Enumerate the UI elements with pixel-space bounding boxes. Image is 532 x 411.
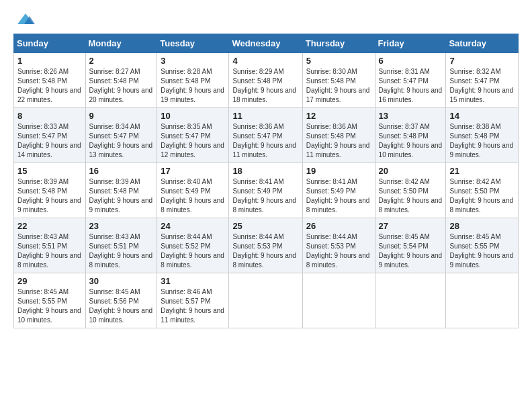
- calendar-cell: 23 Sunrise: 8:43 AMSunset: 5:51 PMDaylig…: [85, 218, 157, 273]
- day-number: 29: [17, 276, 82, 286]
- day-detail: Sunrise: 8:41 AMSunset: 5:49 PMDaylight:…: [306, 178, 370, 214]
- calendar-cell: [375, 273, 446, 328]
- calendar-cell: 21 Sunrise: 8:42 AMSunset: 5:50 PMDaylig…: [446, 163, 519, 218]
- day-detail: Sunrise: 8:35 AMSunset: 5:47 PMDaylight:…: [161, 123, 224, 158]
- calendar-cell: 24 Sunrise: 8:44 AMSunset: 5:52 PMDaylig…: [157, 218, 229, 273]
- day-detail: Sunrise: 8:39 AMSunset: 5:48 PMDaylight:…: [89, 178, 153, 214]
- day-number: 28: [449, 221, 515, 231]
- calendar-cell: 16 Sunrise: 8:39 AMSunset: 5:48 PMDaylig…: [85, 163, 157, 218]
- day-number: 5: [306, 56, 371, 66]
- calendar-cell: 30 Sunrise: 8:45 AMSunset: 5:56 PMDaylig…: [85, 273, 157, 328]
- calendar-cell: 26 Sunrise: 8:44 AMSunset: 5:53 PMDaylig…: [302, 218, 375, 273]
- day-number: 9: [89, 111, 154, 121]
- calendar-cell: 18 Sunrise: 8:41 AMSunset: 5:49 PMDaylig…: [229, 163, 302, 218]
- day-detail: Sunrise: 8:42 AMSunset: 5:50 PMDaylight:…: [449, 178, 513, 214]
- calendar-cell: 4 Sunrise: 8:29 AMSunset: 5:48 PMDayligh…: [229, 53, 302, 108]
- day-detail: Sunrise: 8:44 AMSunset: 5:53 PMDaylight:…: [306, 233, 370, 269]
- day-number: 20: [379, 166, 443, 176]
- calendar-cell: 29 Sunrise: 8:45 AMSunset: 5:55 PMDaylig…: [14, 273, 86, 328]
- day-number: 16: [89, 166, 154, 176]
- calendar-cell: 7 Sunrise: 8:32 AMSunset: 5:47 PMDayligh…: [446, 53, 519, 108]
- page: SundayMondayTuesdayWednesdayThursdayFrid…: [0, 0, 532, 335]
- day-detail: Sunrise: 8:37 AMSunset: 5:48 PMDaylight:…: [379, 123, 443, 158]
- day-number: 24: [161, 221, 225, 231]
- day-number: 19: [306, 166, 371, 176]
- day-detail: Sunrise: 8:34 AMSunset: 5:47 PMDaylight:…: [89, 123, 153, 158]
- day-number: 8: [17, 111, 82, 121]
- calendar-table: SundayMondayTuesdayWednesdayThursdayFrid…: [13, 34, 519, 328]
- calendar-cell: [229, 273, 302, 328]
- calendar-cell: 12 Sunrise: 8:36 AMSunset: 5:48 PMDaylig…: [302, 108, 375, 163]
- day-of-week-header: Sunday: [14, 34, 86, 53]
- calendar-cell: 9 Sunrise: 8:34 AMSunset: 5:47 PMDayligh…: [85, 108, 157, 163]
- logo-icon: [16, 12, 35, 27]
- day-of-week-header: Friday: [375, 34, 446, 53]
- day-detail: Sunrise: 8:43 AMSunset: 5:51 PMDaylight:…: [17, 233, 81, 269]
- day-of-week-header: Tuesday: [157, 34, 229, 53]
- calendar-cell: 13 Sunrise: 8:37 AMSunset: 5:48 PMDaylig…: [375, 108, 446, 163]
- day-number: 1: [17, 56, 82, 66]
- day-number: 27: [379, 221, 443, 231]
- calendar-cell: [446, 273, 519, 328]
- day-detail: Sunrise: 8:32 AMSunset: 5:47 PMDaylight:…: [449, 68, 513, 103]
- calendar-cell: 8 Sunrise: 8:33 AMSunset: 5:47 PMDayligh…: [14, 108, 86, 163]
- day-number: 6: [379, 56, 443, 66]
- day-detail: Sunrise: 8:45 AMSunset: 5:56 PMDaylight:…: [89, 288, 153, 324]
- day-detail: Sunrise: 8:29 AMSunset: 5:48 PMDaylight:…: [232, 68, 296, 103]
- calendar-cell: 19 Sunrise: 8:41 AMSunset: 5:49 PMDaylig…: [302, 163, 375, 218]
- day-detail: Sunrise: 8:26 AMSunset: 5:48 PMDaylight:…: [17, 68, 81, 103]
- day-detail: Sunrise: 8:43 AMSunset: 5:51 PMDaylight:…: [89, 233, 153, 269]
- day-number: 21: [449, 166, 515, 176]
- day-number: 26: [306, 221, 371, 231]
- calendar-cell: 6 Sunrise: 8:31 AMSunset: 5:47 PMDayligh…: [375, 53, 446, 108]
- day-number: 22: [17, 221, 82, 231]
- day-number: 2: [89, 56, 154, 66]
- calendar-cell: 1 Sunrise: 8:26 AMSunset: 5:48 PMDayligh…: [14, 53, 86, 108]
- calendar-cell: 15 Sunrise: 8:39 AMSunset: 5:48 PMDaylig…: [14, 163, 86, 218]
- day-detail: Sunrise: 8:31 AMSunset: 5:47 PMDaylight:…: [379, 68, 443, 103]
- calendar-cell: 17 Sunrise: 8:40 AMSunset: 5:49 PMDaylig…: [157, 163, 229, 218]
- day-detail: Sunrise: 8:44 AMSunset: 5:52 PMDaylight:…: [161, 233, 224, 269]
- day-number: 3: [161, 56, 225, 66]
- day-detail: Sunrise: 8:36 AMSunset: 5:47 PMDaylight:…: [232, 123, 296, 158]
- day-number: 15: [17, 166, 82, 176]
- day-number: 14: [449, 111, 515, 121]
- logo: [13, 12, 35, 27]
- day-detail: Sunrise: 8:33 AMSunset: 5:47 PMDaylight:…: [17, 123, 81, 158]
- day-detail: Sunrise: 8:39 AMSunset: 5:48 PMDaylight:…: [17, 178, 81, 214]
- day-number: 7: [449, 56, 515, 66]
- calendar-cell: 22 Sunrise: 8:43 AMSunset: 5:51 PMDaylig…: [14, 218, 86, 273]
- day-number: 12: [306, 111, 371, 121]
- day-number: 30: [89, 276, 154, 286]
- calendar-cell: 14 Sunrise: 8:38 AMSunset: 5:48 PMDaylig…: [446, 108, 519, 163]
- day-number: 10: [161, 111, 225, 121]
- calendar-cell: 2 Sunrise: 8:27 AMSunset: 5:48 PMDayligh…: [85, 53, 157, 108]
- day-detail: Sunrise: 8:38 AMSunset: 5:48 PMDaylight:…: [449, 123, 513, 158]
- day-detail: Sunrise: 8:41 AMSunset: 5:49 PMDaylight:…: [232, 178, 296, 214]
- day-of-week-header: Wednesday: [229, 34, 302, 53]
- day-number: 25: [232, 221, 298, 231]
- day-number: 13: [379, 111, 443, 121]
- day-number: 23: [89, 221, 154, 231]
- day-detail: Sunrise: 8:45 AMSunset: 5:54 PMDaylight:…: [379, 233, 443, 269]
- calendar-cell: 20 Sunrise: 8:42 AMSunset: 5:50 PMDaylig…: [375, 163, 446, 218]
- day-number: 11: [232, 111, 298, 121]
- day-detail: Sunrise: 8:45 AMSunset: 5:55 PMDaylight:…: [17, 288, 81, 324]
- header: [13, 12, 519, 27]
- day-detail: Sunrise: 8:46 AMSunset: 5:57 PMDaylight:…: [161, 288, 224, 324]
- day-number: 31: [161, 276, 225, 286]
- calendar-cell: 28 Sunrise: 8:45 AMSunset: 5:55 PMDaylig…: [446, 218, 519, 273]
- day-number: 17: [161, 166, 225, 176]
- day-detail: Sunrise: 8:27 AMSunset: 5:48 PMDaylight:…: [89, 68, 153, 103]
- calendar-cell: 11 Sunrise: 8:36 AMSunset: 5:47 PMDaylig…: [229, 108, 302, 163]
- day-number: 4: [232, 56, 298, 66]
- calendar-cell: 5 Sunrise: 8:30 AMSunset: 5:48 PMDayligh…: [302, 53, 375, 108]
- day-detail: Sunrise: 8:30 AMSunset: 5:48 PMDaylight:…: [306, 68, 370, 103]
- day-detail: Sunrise: 8:40 AMSunset: 5:49 PMDaylight:…: [161, 178, 224, 214]
- calendar-cell: 10 Sunrise: 8:35 AMSunset: 5:47 PMDaylig…: [157, 108, 229, 163]
- day-of-week-header: Thursday: [302, 34, 375, 53]
- calendar-cell: 27 Sunrise: 8:45 AMSunset: 5:54 PMDaylig…: [375, 218, 446, 273]
- day-of-week-header: Monday: [85, 34, 157, 53]
- day-number: 18: [232, 166, 298, 176]
- day-of-week-header: Saturday: [446, 34, 519, 53]
